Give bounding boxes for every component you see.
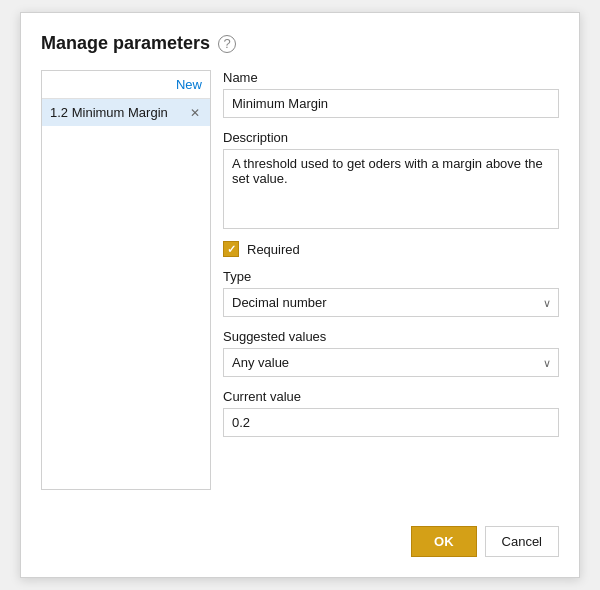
type-select[interactable]: Decimal number Whole number Text Date Da… [223,288,559,317]
dialog-title: Manage parameters [41,33,210,54]
help-icon[interactable]: ? [218,35,236,53]
description-textarea[interactable]: A threshold used to get oders with a mar… [223,149,559,229]
checkbox-check-icon: ✓ [227,243,236,256]
dialog-header: Manage parameters ? [41,33,559,54]
type-label: Type [223,269,559,284]
dialog-footer: OK Cancel [41,514,559,557]
left-panel-header: New [42,71,210,99]
manage-parameters-dialog: Manage parameters ? New 1.2 Minimum Marg… [20,12,580,578]
ok-button[interactable]: OK [411,526,477,557]
current-value-label: Current value [223,389,559,404]
list-item-label: 1.2 Minimum Margin [50,105,168,120]
description-label: Description [223,130,559,145]
current-value-input[interactable] [223,408,559,437]
required-label: Required [247,242,300,257]
suggested-values-select[interactable]: Any value List of values Range of values [223,348,559,377]
type-select-wrapper: Decimal number Whole number Text Date Da… [223,288,559,317]
required-row: ✓ Required [223,241,559,257]
new-button[interactable]: New [176,77,202,92]
required-checkbox[interactable]: ✓ [223,241,239,257]
dialog-body: New 1.2 Minimum Margin ✕ Name Descriptio… [41,70,559,490]
name-input[interactable] [223,89,559,118]
right-panel: Name Description A threshold used to get… [223,70,559,490]
suggested-values-label: Suggested values [223,329,559,344]
name-field-group: Name [223,70,559,118]
list-item-close-button[interactable]: ✕ [188,107,202,119]
name-label: Name [223,70,559,85]
current-value-field-group: Current value [223,389,559,437]
cancel-button[interactable]: Cancel [485,526,559,557]
description-field-group: Description A threshold used to get oder… [223,130,559,229]
type-field-group: Type Decimal number Whole number Text Da… [223,269,559,317]
suggested-values-field-group: Suggested values Any value List of value… [223,329,559,377]
list-item[interactable]: 1.2 Minimum Margin ✕ [42,99,210,126]
left-panel: New 1.2 Minimum Margin ✕ [41,70,211,490]
suggested-values-select-wrapper: Any value List of values Range of values… [223,348,559,377]
